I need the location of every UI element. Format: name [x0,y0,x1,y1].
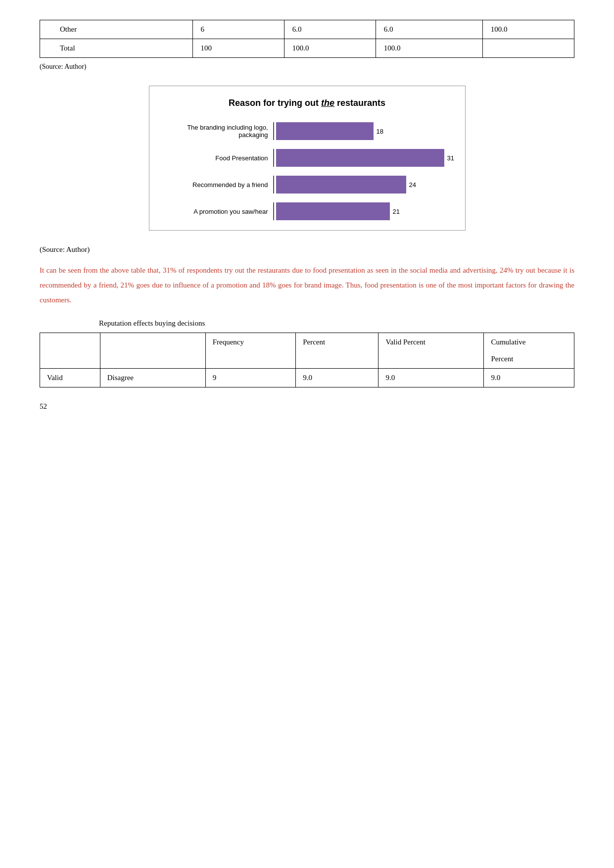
col-empty2 [100,333,205,369]
cum-other: 100.0 [482,20,574,39]
col-valid-percent: Valid Percent [378,333,484,369]
table-row-other: Other 6 6.0 6.0 100.0 [40,20,574,39]
pct-total: 100.0 [284,39,376,58]
bar-label-0: The branding including logo, packaging [164,124,273,139]
disagree-freq: 9 [205,369,296,387]
table-row-total: Total 100 100.0 100.0 [40,39,574,58]
disagree-label: Disagree [100,369,205,387]
bar-fill-2 [276,176,406,193]
page-number: 52 [40,402,574,411]
bar-label-1: Food Presentation [164,154,273,162]
chart-title: Reason for trying out the restaurants [159,98,455,108]
bar-row-2: Recommended by a friend24 [164,176,455,193]
bar-row-0: The branding including logo, packaging18 [164,122,455,140]
bar-value-1: 31 [447,154,454,162]
col-percent: Percent [296,333,378,369]
bar-fill-1 [276,149,444,167]
disagree-cum: 9.0 [484,369,574,387]
red-paragraph: It can be seen from the above table that… [40,263,574,307]
bottom-table: Frequency Percent Valid Percent Cumulati… [40,333,574,387]
source-text-1: (Source: Author) [40,63,574,71]
bar-area-2: 24 [273,176,455,193]
bar-value-0: 18 [377,128,383,135]
chart-container: Reason for trying out the restaurants Th… [149,86,466,231]
top-table: Other 6 6.0 6.0 100.0 Total 100 100.0 10… [40,20,574,58]
valid-pct-total: 100.0 [376,39,482,58]
chart-title-before: Reason for trying out [229,98,321,108]
header-row: Frequency Percent Valid Percent Cumulati… [40,333,574,369]
bar-area-0: 18 [273,122,455,140]
label-total: Total [40,39,193,58]
bar-area-1: 31 [273,149,455,167]
bar-fill-3 [276,202,390,220]
chart-title-italic: the [321,98,334,108]
col-cumulative: CumulativePercent [484,333,574,369]
cum-total [482,39,574,58]
valid-label: Valid [40,369,100,387]
pct-other: 6.0 [284,20,376,39]
bar-value-2: 24 [409,181,416,189]
bar-row-1: Food Presentation31 [164,149,455,167]
bar-chart: The branding including logo, packaging18… [159,122,455,220]
disagree-pct: 9.0 [296,369,378,387]
freq-total: 100 [192,39,284,58]
bar-row-3: A promotion you saw/hear21 [164,202,455,220]
col-empty1 [40,333,100,369]
label-other: Other [40,20,193,39]
valid-pct-other: 6.0 [376,20,482,39]
col-frequency: Frequency [205,333,296,369]
bar-fill-0 [276,122,374,140]
bar-label-3: A promotion you saw/hear [164,208,273,215]
source-text-2: (Source: Author) [40,245,574,254]
chart-title-after: restaurants [334,98,385,108]
disagree-valid-pct: 9.0 [378,369,484,387]
reputation-title: Reputation effects buying decisions [40,319,574,328]
bar-value-3: 21 [393,208,400,215]
table-row-disagree: Valid Disagree 9 9.0 9.0 9.0 [40,369,574,387]
bar-area-3: 21 [273,202,455,220]
freq-other: 6 [192,20,284,39]
bar-label-2: Recommended by a friend [164,181,273,189]
